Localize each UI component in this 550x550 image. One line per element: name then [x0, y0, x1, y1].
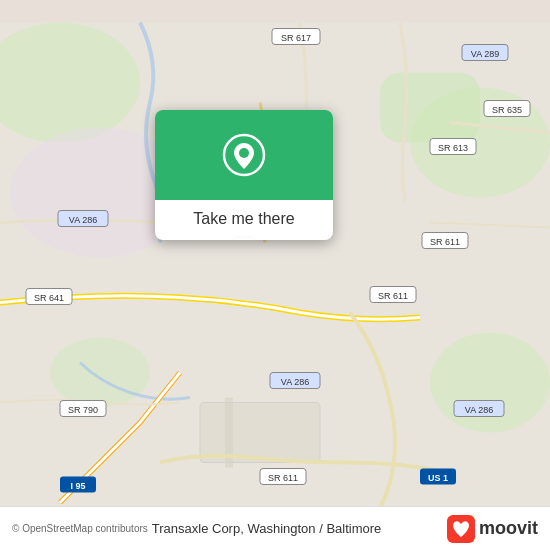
svg-rect-4 [380, 73, 480, 143]
moovit-logo: moovit [447, 515, 538, 543]
location-info: Transaxle Corp, Washington / Baltimore [152, 521, 447, 536]
map-background: SR 617 VA 289 SR 635 SR 789 SR 613 VA 28… [0, 0, 550, 550]
moovit-brand-icon [447, 515, 475, 543]
location-card: Take me there [155, 110, 333, 240]
svg-text:VA 286: VA 286 [281, 377, 309, 387]
svg-text:SR 635: SR 635 [492, 105, 522, 115]
moovit-brand-name: moovit [479, 518, 538, 539]
svg-text:SR 611: SR 611 [430, 237, 460, 247]
take-me-there-button[interactable]: Take me there [193, 210, 294, 227]
svg-text:SR 611: SR 611 [378, 291, 408, 301]
card-header [155, 110, 333, 200]
svg-text:US 1: US 1 [428, 473, 448, 483]
svg-point-5 [50, 338, 150, 408]
svg-text:VA 289: VA 289 [471, 49, 499, 59]
svg-text:SR 790: SR 790 [68, 405, 98, 415]
svg-point-3 [430, 333, 550, 433]
map-attribution: © OpenStreetMap contributors [12, 523, 148, 534]
svg-text:VA 286: VA 286 [465, 405, 493, 415]
svg-text:SR 611: SR 611 [268, 473, 298, 483]
card-body[interactable]: Take me there [155, 200, 333, 240]
map-container: SR 617 VA 289 SR 635 SR 789 SR 613 VA 28… [0, 0, 550, 550]
card-pointer [234, 238, 254, 240]
svg-text:I 95: I 95 [70, 481, 85, 491]
svg-rect-7 [200, 403, 320, 463]
location-pin-icon [222, 133, 266, 177]
bottom-bar: © OpenStreetMap contributors Transaxle C… [0, 506, 550, 550]
svg-text:VA 286: VA 286 [69, 215, 97, 225]
svg-text:SR 617: SR 617 [281, 33, 311, 43]
svg-text:SR 613: SR 613 [438, 143, 468, 153]
svg-text:SR 641: SR 641 [34, 293, 64, 303]
svg-point-40 [239, 148, 249, 158]
